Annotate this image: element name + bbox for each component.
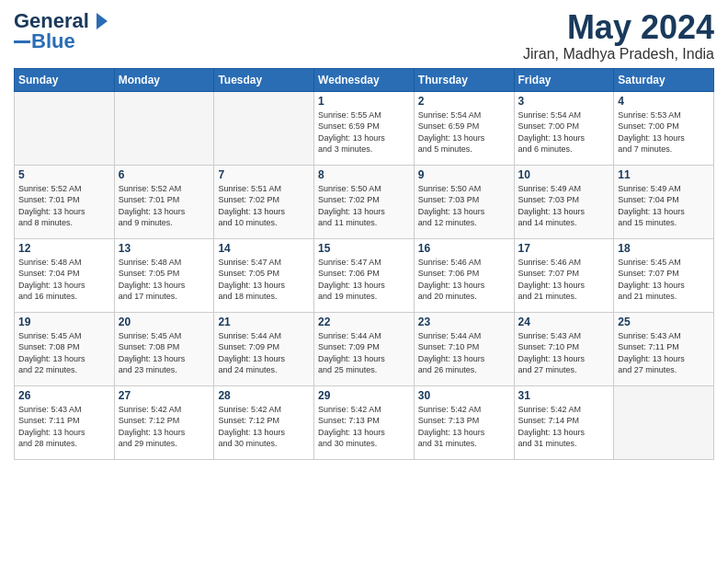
day-number: 12: [18, 242, 110, 255]
day-cell-11: 11Sunrise: 5:49 AM Sunset: 7:04 PM Dayli…: [614, 165, 714, 238]
day-cell-30: 30Sunrise: 5:42 AM Sunset: 7:13 PM Dayli…: [414, 385, 514, 459]
day-info: Sunrise: 5:43 AM Sunset: 7:11 PM Dayligh…: [18, 404, 110, 450]
header: General Blue May 2024 Jiran, Madhya Prad…: [14, 9, 714, 63]
day-cell-2: 2Sunrise: 5:54 AM Sunset: 6:59 PM Daylig…: [414, 91, 514, 165]
svg-marker-0: [97, 13, 108, 29]
logo-icon: [89, 11, 109, 31]
empty-cell: [214, 91, 314, 165]
day-cell-6: 6Sunrise: 5:52 AM Sunset: 7:01 PM Daylig…: [114, 165, 214, 238]
day-info: Sunrise: 5:51 AM Sunset: 7:02 PM Dayligh…: [218, 183, 310, 229]
day-number: 28: [218, 389, 310, 402]
day-number: 24: [518, 316, 610, 328]
day-cell-3: 3Sunrise: 5:54 AM Sunset: 7:00 PM Daylig…: [514, 91, 614, 165]
logo: General Blue: [14, 9, 109, 53]
day-number: 13: [119, 242, 210, 255]
day-info: Sunrise: 5:49 AM Sunset: 7:04 PM Dayligh…: [618, 183, 710, 229]
day-cell-23: 23Sunrise: 5:44 AM Sunset: 7:10 PM Dayli…: [414, 312, 514, 385]
day-info: Sunrise: 5:50 AM Sunset: 7:03 PM Dayligh…: [418, 183, 510, 229]
day-number: 9: [418, 168, 510, 181]
day-info: Sunrise: 5:49 AM Sunset: 7:03 PM Dayligh…: [518, 183, 610, 229]
day-cell-28: 28Sunrise: 5:42 AM Sunset: 7:12 PM Dayli…: [214, 385, 314, 459]
day-info: Sunrise: 5:47 AM Sunset: 7:06 PM Dayligh…: [318, 257, 410, 303]
day-info: Sunrise: 5:42 AM Sunset: 7:14 PM Dayligh…: [518, 404, 610, 450]
empty-cell: [614, 385, 714, 459]
weekday-header-thursday: Thursday: [414, 68, 514, 91]
title-area: May 2024 Jiran, Madhya Pradesh, India: [523, 9, 714, 63]
day-number: 29: [318, 389, 410, 402]
day-cell-21: 21Sunrise: 5:44 AM Sunset: 7:09 PM Dayli…: [214, 312, 314, 385]
day-cell-9: 9Sunrise: 5:50 AM Sunset: 7:03 PM Daylig…: [414, 165, 514, 238]
day-info: Sunrise: 5:54 AM Sunset: 6:59 PM Dayligh…: [418, 109, 510, 155]
day-info: Sunrise: 5:50 AM Sunset: 7:02 PM Dayligh…: [318, 183, 410, 229]
day-info: Sunrise: 5:42 AM Sunset: 7:12 PM Dayligh…: [218, 404, 310, 450]
day-info: Sunrise: 5:48 AM Sunset: 7:04 PM Dayligh…: [18, 257, 110, 303]
day-info: Sunrise: 5:48 AM Sunset: 7:05 PM Dayligh…: [119, 257, 210, 303]
day-number: 23: [418, 316, 510, 328]
day-info: Sunrise: 5:45 AM Sunset: 7:08 PM Dayligh…: [119, 330, 210, 376]
day-cell-18: 18Sunrise: 5:45 AM Sunset: 7:07 PM Dayli…: [614, 238, 714, 312]
day-number: 30: [418, 389, 510, 402]
weekday-header-sunday: Sunday: [15, 68, 115, 91]
day-number: 14: [218, 242, 310, 255]
day-number: 15: [318, 242, 410, 255]
day-cell-5: 5Sunrise: 5:52 AM Sunset: 7:01 PM Daylig…: [15, 165, 115, 238]
day-info: Sunrise: 5:46 AM Sunset: 7:06 PM Dayligh…: [418, 257, 510, 303]
day-number: 4: [618, 95, 710, 108]
week-row-3: 12Sunrise: 5:48 AM Sunset: 7:04 PM Dayli…: [15, 238, 714, 312]
day-cell-26: 26Sunrise: 5:43 AM Sunset: 7:11 PM Dayli…: [15, 385, 115, 459]
day-info: Sunrise: 5:42 AM Sunset: 7:13 PM Dayligh…: [318, 404, 410, 450]
day-number: 18: [618, 242, 710, 255]
week-row-5: 26Sunrise: 5:43 AM Sunset: 7:11 PM Dayli…: [15, 385, 714, 459]
day-cell-25: 25Sunrise: 5:43 AM Sunset: 7:11 PM Dayli…: [614, 312, 714, 385]
day-info: Sunrise: 5:43 AM Sunset: 7:10 PM Dayligh…: [518, 330, 610, 376]
day-number: 1: [318, 95, 410, 108]
day-number: 26: [18, 389, 110, 402]
day-number: 7: [218, 168, 310, 181]
day-info: Sunrise: 5:47 AM Sunset: 7:05 PM Dayligh…: [218, 257, 310, 303]
day-info: Sunrise: 5:42 AM Sunset: 7:13 PM Dayligh…: [418, 404, 510, 450]
day-number: 11: [618, 168, 710, 181]
day-number: 6: [119, 168, 210, 181]
day-cell-29: 29Sunrise: 5:42 AM Sunset: 7:13 PM Dayli…: [314, 385, 415, 459]
day-cell-17: 17Sunrise: 5:46 AM Sunset: 7:07 PM Dayli…: [514, 238, 614, 312]
day-info: Sunrise: 5:55 AM Sunset: 6:59 PM Dayligh…: [318, 109, 410, 155]
day-number: 2: [418, 95, 510, 108]
day-info: Sunrise: 5:42 AM Sunset: 7:12 PM Dayligh…: [119, 404, 210, 450]
day-cell-27: 27Sunrise: 5:42 AM Sunset: 7:12 PM Dayli…: [114, 385, 214, 459]
day-info: Sunrise: 5:44 AM Sunset: 7:09 PM Dayligh…: [318, 330, 410, 376]
day-number: 17: [518, 242, 610, 255]
day-number: 10: [518, 168, 610, 181]
day-cell-1: 1Sunrise: 5:55 AM Sunset: 6:59 PM Daylig…: [314, 91, 415, 165]
day-number: 8: [318, 168, 410, 181]
day-cell-16: 16Sunrise: 5:46 AM Sunset: 7:06 PM Dayli…: [414, 238, 514, 312]
day-info: Sunrise: 5:53 AM Sunset: 7:00 PM Dayligh…: [618, 109, 710, 155]
weekday-header-tuesday: Tuesday: [214, 68, 314, 91]
day-cell-7: 7Sunrise: 5:51 AM Sunset: 7:02 PM Daylig…: [214, 165, 314, 238]
logo-blue-text: Blue: [31, 29, 75, 53]
calendar-table: SundayMondayTuesdayWednesdayThursdayFrid…: [14, 68, 714, 460]
day-number: 19: [18, 316, 110, 328]
week-row-2: 5Sunrise: 5:52 AM Sunset: 7:01 PM Daylig…: [15, 165, 714, 238]
day-cell-22: 22Sunrise: 5:44 AM Sunset: 7:09 PM Dayli…: [314, 312, 415, 385]
empty-cell: [114, 91, 214, 165]
day-cell-20: 20Sunrise: 5:45 AM Sunset: 7:08 PM Dayli…: [114, 312, 214, 385]
day-info: Sunrise: 5:54 AM Sunset: 7:00 PM Dayligh…: [518, 109, 610, 155]
day-cell-4: 4Sunrise: 5:53 AM Sunset: 7:00 PM Daylig…: [614, 91, 714, 165]
location: Jiran, Madhya Pradesh, India: [523, 46, 714, 63]
empty-cell: [15, 91, 115, 165]
day-cell-10: 10Sunrise: 5:49 AM Sunset: 7:03 PM Dayli…: [514, 165, 614, 238]
day-number: 5: [18, 168, 110, 181]
day-number: 31: [518, 389, 610, 402]
day-number: 16: [418, 242, 510, 255]
day-number: 25: [618, 316, 710, 328]
day-number: 22: [318, 316, 410, 328]
day-cell-14: 14Sunrise: 5:47 AM Sunset: 7:05 PM Dayli…: [214, 238, 314, 312]
week-row-4: 19Sunrise: 5:45 AM Sunset: 7:08 PM Dayli…: [15, 312, 714, 385]
page-container: General Blue May 2024 Jiran, Madhya Prad…: [0, 0, 728, 469]
day-info: Sunrise: 5:44 AM Sunset: 7:10 PM Dayligh…: [418, 330, 510, 376]
day-cell-12: 12Sunrise: 5:48 AM Sunset: 7:04 PM Dayli…: [15, 238, 115, 312]
day-number: 20: [119, 316, 210, 328]
day-info: Sunrise: 5:52 AM Sunset: 7:01 PM Dayligh…: [18, 183, 110, 229]
month-title: May 2024: [523, 9, 714, 46]
weekday-header-saturday: Saturday: [614, 68, 714, 91]
